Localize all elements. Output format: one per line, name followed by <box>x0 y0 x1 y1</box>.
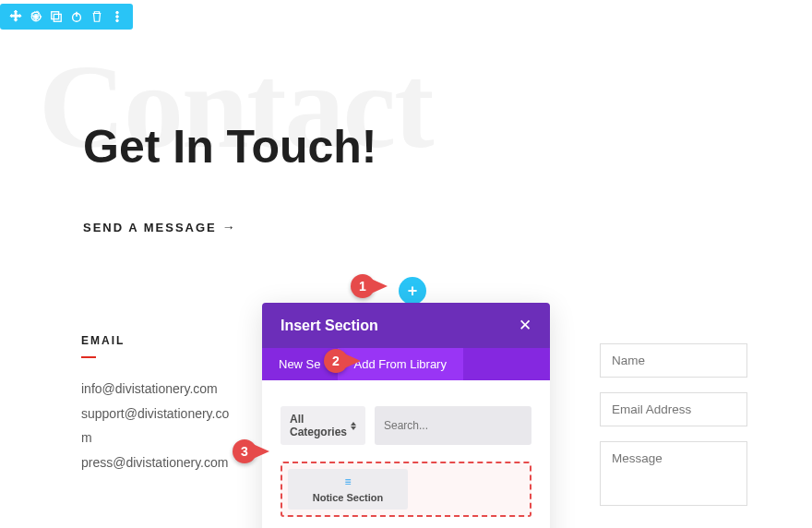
svg-point-8 <box>116 19 119 22</box>
cta-label: SEND A MESSAGE <box>83 221 217 234</box>
insert-section-modal: Insert Section ✕ New Se Add From Library… <box>262 303 550 528</box>
modal-title: Insert Section <box>281 318 378 334</box>
hero-section: Contact Get In Touch! SEND A MESSAGE → <box>44 55 768 235</box>
annotation-1: 1 <box>351 274 375 298</box>
move-icon[interactable] <box>6 4 26 30</box>
library-item-notice-section[interactable]: ≡ Notice Section <box>288 469 408 510</box>
svg-rect-2 <box>52 12 59 19</box>
modal-body: All Categories ≡ Notice Section ? Help <box>262 380 550 528</box>
add-section-button[interactable]: + <box>399 277 426 305</box>
email-line: support@divistationery.com <box>81 402 238 450</box>
trash-icon[interactable] <box>87 4 107 30</box>
modal-tabs: New Se Add From Library <box>262 348 550 380</box>
search-input[interactable] <box>375 406 531 445</box>
modal-header: Insert Section ✕ <box>262 303 550 348</box>
svg-point-6 <box>116 11 119 14</box>
section-toolbar[interactable] <box>0 4 133 30</box>
library-dropzone: ≡ Notice Section <box>281 462 531 517</box>
svg-rect-3 <box>54 14 61 21</box>
arrow-right-icon: → <box>222 220 237 234</box>
annotation-3: 3 <box>233 439 257 463</box>
chevron-updown-icon <box>351 422 356 430</box>
page-title: Get In Touch! <box>83 120 768 174</box>
close-icon[interactable]: ✕ <box>519 316 531 335</box>
heading-underline <box>81 356 96 358</box>
email-line: info@divistationery.com <box>81 377 238 402</box>
send-message-button[interactable]: SEND A MESSAGE → <box>83 220 237 234</box>
annotation-2: 2 <box>324 349 348 373</box>
library-item-label: Notice Section <box>313 492 383 503</box>
filter-row: All Categories <box>281 406 531 445</box>
email-field[interactable] <box>600 392 747 426</box>
email-line: press@divistationery.com <box>81 450 238 475</box>
more-icon[interactable] <box>107 4 127 30</box>
drag-handle-icon: ≡ <box>344 475 351 488</box>
svg-point-7 <box>116 16 119 18</box>
power-icon[interactable] <box>66 4 87 30</box>
message-field[interactable] <box>600 441 747 506</box>
svg-point-1 <box>34 15 38 18</box>
name-field[interactable] <box>600 343 747 378</box>
category-label: All Categories <box>290 413 351 438</box>
gear-icon[interactable] <box>26 4 46 30</box>
category-select[interactable]: All Categories <box>281 406 365 445</box>
contact-form <box>600 343 747 506</box>
duplicate-icon[interactable] <box>46 4 66 30</box>
